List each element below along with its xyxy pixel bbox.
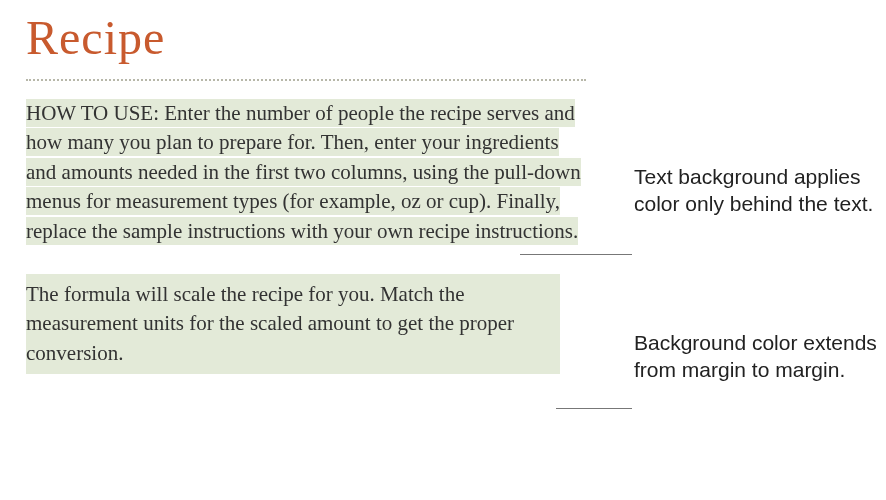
highlighted-text: HOW TO USE: Enter the number of people t…	[26, 99, 581, 245]
paragraph-block-background: The formula will scale the recipe for yo…	[26, 274, 560, 374]
callouts-area: Text background applies color only behin…	[586, 10, 886, 374]
paragraph-text: The formula will scale the recipe for yo…	[26, 280, 560, 368]
page-title: Recipe	[26, 10, 586, 65]
callout-block-background: Background color extends from margin to …	[634, 330, 886, 384]
callout-leader-line	[520, 254, 632, 255]
paragraph-text-background: HOW TO USE: Enter the number of people t…	[26, 99, 586, 246]
title-divider	[26, 79, 586, 81]
document-sample: Recipe HOW TO USE: Enter the number of p…	[26, 10, 586, 374]
callout-leader-line	[556, 408, 632, 409]
callout-text-background: Text background applies color only behin…	[634, 164, 886, 218]
